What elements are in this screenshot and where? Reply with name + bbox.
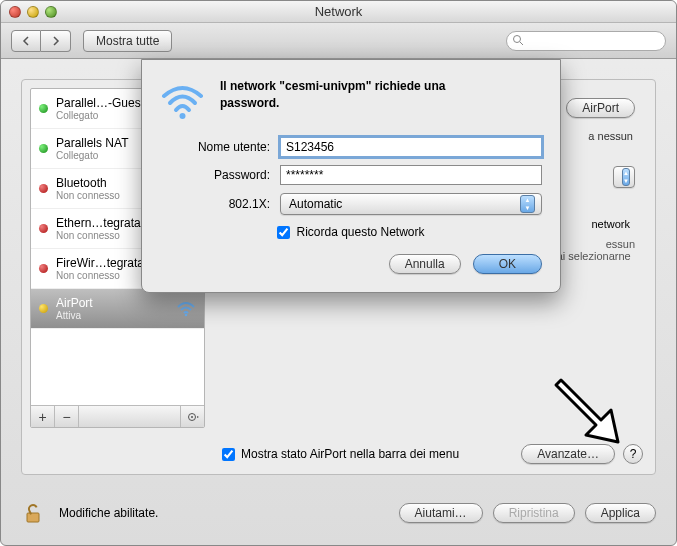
show-status-label: Mostra stato AirPort nella barra dei men… xyxy=(241,447,459,461)
advanced-button[interactable]: Avanzate… xyxy=(521,444,615,464)
chevron-left-icon xyxy=(21,36,31,46)
toolbar: Mostra tutte xyxy=(1,23,676,59)
show-status-checkbox-row[interactable]: Mostra stato AirPort nella barra dei men… xyxy=(222,447,459,461)
panel-bottom-row: Mostra stato AirPort nella barra dei men… xyxy=(222,444,643,464)
remember-checkbox[interactable] xyxy=(277,226,290,239)
gear-icon xyxy=(186,410,200,424)
remove-service-button[interactable]: − xyxy=(55,406,79,427)
nav-buttons xyxy=(11,30,71,52)
titlebar: Network xyxy=(1,1,676,23)
svg-point-14 xyxy=(180,113,186,119)
background-text: network xyxy=(591,218,630,230)
window-footer: Modifiche abilitate. Aiutami… Ripristina… xyxy=(21,501,656,525)
back-button[interactable] xyxy=(11,30,41,52)
cancel-button[interactable]: Annulla xyxy=(389,254,461,274)
background-text: a nessun xyxy=(588,130,633,142)
assist-button[interactable]: Aiutami… xyxy=(399,503,483,523)
username-row: Nome utente: xyxy=(160,137,542,157)
sidebar-item-airport[interactable]: AirPort Attiva xyxy=(31,289,204,329)
select-arrows-icon: ▲▼ xyxy=(622,168,630,186)
help-button[interactable]: ? xyxy=(623,444,643,464)
ok-button[interactable]: OK xyxy=(473,254,542,274)
password-row: Password: xyxy=(160,165,542,185)
revert-button[interactable]: Ripristina xyxy=(493,503,575,523)
dot1x-row: 802.1X: Automatic ▲▼ xyxy=(160,193,542,215)
status-dot-icon xyxy=(39,104,48,113)
svg-point-0 xyxy=(514,35,521,42)
dialog-header: Il network "cesmi-univpm" richiede una p… xyxy=(160,78,542,123)
dialog-title: Il network "cesmi-univpm" richiede una p… xyxy=(220,78,445,123)
status-dot-icon xyxy=(39,264,48,273)
network-preferences-window: Network Mostra tutte Parallel xyxy=(0,0,677,546)
show-status-checkbox[interactable] xyxy=(222,448,235,461)
sidebar-item-status: Attiva xyxy=(56,310,168,321)
status-dot-icon xyxy=(39,144,48,153)
sidebar-footer: + − xyxy=(31,405,204,427)
password-label: Password: xyxy=(160,168,280,182)
status-dot-icon xyxy=(39,304,48,313)
service-actions-button[interactable] xyxy=(180,406,204,427)
username-input[interactable] xyxy=(280,137,542,157)
show-all-button[interactable]: Mostra tutte xyxy=(83,30,172,52)
remember-label: Ricorda questo Network xyxy=(296,225,424,239)
remember-row: Ricorda questo Network xyxy=(160,225,542,239)
airport-toggle-button[interactable]: AirPort xyxy=(566,98,635,118)
username-label: Nome utente: xyxy=(160,140,280,154)
lock-status-label: Modifiche abilitate. xyxy=(59,506,158,520)
wifi-icon xyxy=(176,299,196,319)
dot1x-value: Automatic xyxy=(289,197,342,211)
wifi-large-icon xyxy=(160,78,205,123)
dot1x-select[interactable]: Automatic ▲▼ xyxy=(280,193,542,215)
search-icon xyxy=(512,34,524,49)
password-dialog: Il network "cesmi-univpm" richiede una p… xyxy=(141,59,561,293)
status-dot-icon xyxy=(39,184,48,193)
chevron-right-icon xyxy=(51,36,61,46)
sidebar-item-text: AirPort Attiva xyxy=(56,296,168,321)
dialog-title-line: password. xyxy=(220,96,279,110)
svg-point-10 xyxy=(185,313,188,316)
search-wrap xyxy=(506,31,666,51)
unlock-icon[interactable] xyxy=(21,501,45,525)
dot1x-label: 802.1X: xyxy=(160,197,280,211)
status-dot-icon xyxy=(39,224,48,233)
dialog-footer: Annulla OK xyxy=(160,254,542,274)
svg-line-1 xyxy=(520,42,523,45)
network-select-partial[interactable]: ▲▼ xyxy=(613,166,635,188)
window-title: Network xyxy=(1,1,676,23)
apply-button[interactable]: Applica xyxy=(585,503,656,523)
svg-rect-13 xyxy=(27,513,39,522)
svg-point-12 xyxy=(191,416,193,418)
password-input[interactable] xyxy=(280,165,542,185)
select-arrows-icon: ▲▼ xyxy=(520,195,535,213)
search-input[interactable] xyxy=(506,31,666,51)
add-service-button[interactable]: + xyxy=(31,406,55,427)
sidebar-item-name: AirPort xyxy=(56,296,168,310)
dialog-title-line: Il network "cesmi-univpm" richiede una xyxy=(220,79,445,93)
forward-button[interactable] xyxy=(41,30,71,52)
